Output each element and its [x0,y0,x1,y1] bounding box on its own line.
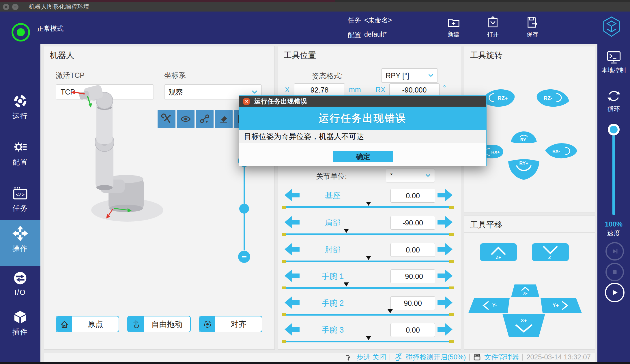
joint-base-plus-button[interactable] [438,189,453,201]
brand-logo-icon [603,16,620,37]
zoom-slider-handle[interactable] [239,204,249,214]
window-minimize-button[interactable] [12,4,18,10]
jog-y-plus-button[interactable]: Y+ [541,298,582,313]
speed-slider-handle[interactable] [608,124,620,135]
joint-elbow-slider[interactable] [282,260,454,263]
skip-next-icon [610,247,619,256]
joint-wrist3-plus-button[interactable] [438,323,453,336]
save-task-button[interactable]: 保存 [517,16,548,38]
joint-wrist1-value-box[interactable]: -90.00 [390,269,435,283]
file-manager-link[interactable]: 文件管理器 [484,352,519,362]
close-icon [245,99,248,103]
new-label: 新建 [438,31,470,38]
slider-marker[interactable] [366,336,371,343]
jog-y-minus-button[interactable]: Y- [468,298,510,313]
jog-z-minus-button[interactable]: Z- [532,243,569,261]
open-task-button[interactable]: 打开 [477,16,509,38]
hand-tap-icon [131,319,141,329]
speed-value: 100% [605,220,622,228]
robot-3d-view[interactable] [47,67,249,312]
jog-ry-plus-button[interactable]: RY+ [507,158,541,182]
step-status[interactable]: 步进 关闭 [356,352,386,362]
local-control-button[interactable]: 本地控制 [597,50,630,74]
align-button[interactable]: 对齐 [199,316,262,332]
dialog-ok-button[interactable]: 确定 [333,151,393,162]
stop-button[interactable] [605,263,624,281]
rx-value-box[interactable]: -90.000 [389,83,440,97]
minimize-icon [14,5,17,9]
step-next-button[interactable] [605,242,624,261]
joint-elbow-value-box[interactable]: 0.00 [390,243,435,257]
window-close-button[interactable] [3,4,9,10]
slider-marker[interactable] [366,202,371,208]
slider-cap [449,206,454,209]
joint-wrist2-minus-button[interactable] [285,296,300,309]
joint-shoulder-slider[interactable] [282,233,454,236]
sidebar-item-operate[interactable]: 操作 [0,225,40,253]
joint-elbow-minus-button[interactable] [285,243,300,256]
joint-base-minus-button[interactable] [285,189,300,201]
jog-x-plus-button[interactable]: X+ [502,314,545,337]
sidebar-item-plugin[interactable]: 插件 [0,309,40,337]
joint-wrist2-plus-button[interactable] [438,296,453,309]
x-value-box[interactable]: 92.78 [294,83,345,97]
jog-rx-minus-button[interactable]: RX- [543,142,578,159]
joint-shoulder-plus-button[interactable] [438,216,453,229]
jog-x-minus-button[interactable]: X- [511,284,539,297]
home-label: 原点 [72,316,119,332]
loop-button[interactable]: 循环 [597,89,630,113]
task-label: 任务 [348,16,361,25]
z-minus-label: Z- [532,255,569,260]
sidebar-item-config[interactable]: 配置 [0,139,40,167]
new-task-button[interactable]: 新建 [438,16,470,38]
dialog-close-button[interactable] [243,98,250,105]
joint-wrist2-slider[interactable] [282,313,454,316]
x-value: 92.78 [311,86,329,94]
joint-wrist3-slider[interactable] [282,340,454,343]
sidebar-item-task[interactable]: </> 任务 [0,186,40,213]
joint-wrist3-value-box[interactable]: 0.00 [390,323,435,337]
slider-marker[interactable] [344,229,349,235]
joint-shoulder-value-box[interactable]: -90.00 [390,216,435,230]
slider-cap [449,260,454,263]
sidebar-item-io[interactable]: I/O [0,270,40,297]
tool-translation-panel: 工具平移 Z+ Z- X- Y- Y+ X+ [464,216,595,350]
pose-format-select[interactable]: RPY [°] [381,68,438,83]
home-icon [59,319,69,329]
collision-status[interactable]: 碰撞检测开启(50%) [406,352,466,362]
mode-label: 正常模式 [37,24,63,33]
joint-wrist3-minus-button[interactable] [285,323,300,336]
divider [278,63,461,63]
joint-base-slider[interactable] [282,205,454,209]
close-icon [4,5,8,9]
x-minus-label: X- [523,291,528,295]
pose-format-value: RPY [°] [386,71,409,80]
zoom-out-button[interactable] [238,251,250,263]
joint-wrist1-minus-button[interactable] [285,269,300,282]
joint-shoulder-label: 肩部 [307,218,359,228]
robot-panel: 机器人 激活TCP 坐标系 观察 [44,46,275,350]
jog-z-plus-button[interactable]: Z+ [480,243,517,261]
sidebar-item-run[interactable]: 运行 [0,93,40,121]
joint-unit-select[interactable]: ° [386,169,435,182]
joint-unit-label: 关节单位: [316,171,347,181]
joint-shoulder-minus-button[interactable] [285,216,300,229]
joint-wrist2-value-box[interactable]: 90.00 [390,296,435,310]
slider-marker[interactable] [366,256,371,263]
error-heading: 运行任务出现错误 [319,112,407,125]
home-button[interactable]: 原点 [56,316,119,332]
speed-slider-track[interactable] [612,129,615,215]
joint-wrist1-plus-button[interactable] [438,269,453,282]
jog-rz-minus-button[interactable]: RZ- [532,88,571,108]
joint-elbow-plus-button[interactable] [438,243,453,256]
x-unit-label: mm [349,86,361,94]
slider-marker[interactable] [388,309,393,316]
joint-wrist1-slider[interactable] [282,286,454,290]
joint-base-value-box[interactable]: 0.00 [390,189,435,203]
play-button[interactable] [605,283,625,302]
sidebar-item-label: I/O [0,288,40,297]
free-drag-button[interactable]: 自由拖动 [127,316,191,332]
window-title: 机器人图形化编程环境 [29,3,89,11]
jog-ry-minus-button[interactable]: RY- [510,130,538,143]
slider-marker[interactable] [344,282,349,289]
